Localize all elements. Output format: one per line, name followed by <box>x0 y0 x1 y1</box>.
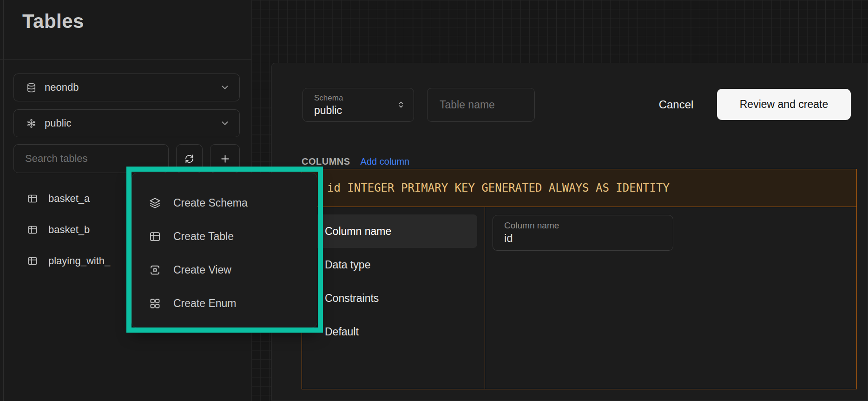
view-eye-icon <box>149 264 161 276</box>
chevrons-updown-icon <box>396 100 406 110</box>
column-name-input-value: id <box>504 232 665 245</box>
nav-item-data-type[interactable]: Data type <box>308 248 477 281</box>
table-icon <box>27 224 38 235</box>
menu-item-label: Create Enum <box>173 297 237 310</box>
search-input[interactable] <box>13 144 169 173</box>
refresh-button[interactable] <box>176 144 203 173</box>
schema-select-value: public <box>45 117 220 129</box>
column-name-input[interactable]: Column name id <box>493 215 673 251</box>
menu-item-create-schema[interactable]: Create Schema <box>132 186 317 220</box>
database-select[interactable]: neondb <box>13 74 240 101</box>
nav-item-default[interactable]: Default <box>308 315 477 348</box>
page-title: Tables <box>22 10 84 33</box>
database-select-value: neondb <box>45 81 220 94</box>
create-table-panel: Schema public Cancel Review and create C… <box>271 63 868 401</box>
menu-item-create-table[interactable]: Create Table <box>132 220 317 253</box>
menu-item-label: Create Schema <box>173 197 248 209</box>
column-editor-panel: id INTEGER PRIMARY KEY GENERATED ALWAYS … <box>302 169 857 389</box>
menu-item-label: Create Table <box>173 230 234 243</box>
columns-header-row: COLUMNS Add column <box>302 154 409 168</box>
refresh-icon <box>184 153 195 165</box>
grid-icon <box>149 297 161 310</box>
table-icon <box>27 255 38 267</box>
table-name-input[interactable] <box>427 88 535 122</box>
schema-field-select[interactable]: Schema public <box>302 88 414 122</box>
create-dropdown-menu: Create Schema Create Table Create View <box>132 173 317 328</box>
database-icon <box>26 82 37 93</box>
table-icon <box>27 193 38 204</box>
column-sql-text: id INTEGER PRIMARY KEY GENERATED ALWAYS … <box>302 181 670 194</box>
columns-section-label: COLUMNS <box>302 156 350 167</box>
column-name-input-label: Column name <box>504 221 665 231</box>
column-definition-row[interactable]: id INTEGER PRIMARY KEY GENERATED ALWAYS … <box>302 169 856 207</box>
table-row-label: basket_b <box>48 224 90 236</box>
menu-item-create-enum[interactable]: Create Enum <box>132 287 317 320</box>
nav-item-constraints[interactable]: Constraints <box>308 281 477 315</box>
schema-field-value: public <box>314 104 405 117</box>
app-window: Tables neondb <box>0 0 868 401</box>
plus-icon <box>219 153 231 165</box>
add-table-button[interactable] <box>210 144 240 173</box>
layers-icon <box>149 197 161 209</box>
column-editor-nav: Column name Data type Constraints Defaul… <box>302 207 485 389</box>
table-icon <box>149 230 161 243</box>
chevron-down-icon <box>220 118 230 128</box>
chevron-down-icon <box>220 82 230 93</box>
schema-select[interactable]: public <box>13 109 240 137</box>
cancel-button[interactable]: Cancel <box>649 88 703 121</box>
table-row-label: playing_with_ <box>48 255 110 267</box>
table-row-label: basket_a <box>48 193 90 205</box>
review-and-create-button[interactable]: Review and create <box>717 89 851 120</box>
menu-item-create-view[interactable]: Create View <box>132 253 317 287</box>
nav-item-column-name[interactable]: Column name <box>308 214 477 248</box>
add-column-link[interactable]: Add column <box>361 156 410 167</box>
column-editor-body: Column name Data type Constraints Defaul… <box>302 207 856 389</box>
schema-molecule-icon <box>26 118 37 129</box>
menu-item-label: Create View <box>173 264 231 276</box>
sidebar-divider <box>0 59 251 60</box>
column-editor-form: Column name id <box>485 207 856 389</box>
schema-field-label: Schema <box>314 94 405 103</box>
